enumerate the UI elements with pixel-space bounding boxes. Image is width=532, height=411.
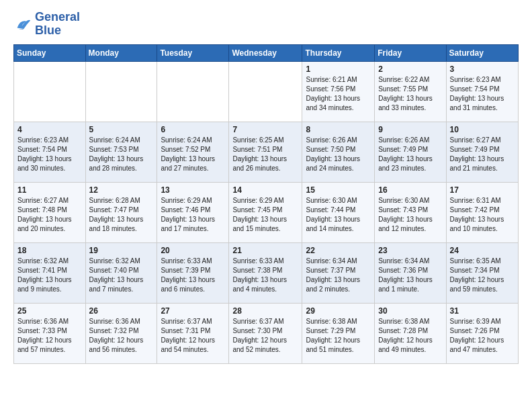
day-number: 2 <box>378 64 442 74</box>
calendar-week-row: 11Sunrise: 6:27 AM Sunset: 7:48 PM Dayli… <box>14 182 519 242</box>
calendar-cell: 9Sunrise: 6:26 AM Sunset: 7:49 PM Daylig… <box>375 122 446 182</box>
calendar-cell: 29Sunrise: 6:38 AM Sunset: 7:29 PM Dayli… <box>302 303 375 363</box>
calendar-cell: 18Sunrise: 6:32 AM Sunset: 7:41 PM Dayli… <box>14 242 86 303</box>
day-number: 25 <box>17 306 82 316</box>
calendar-cell: 26Sunrise: 6:36 AM Sunset: 7:32 PM Dayli… <box>85 303 157 363</box>
logo-text: General Blue <box>35 11 80 38</box>
day-info: Sunrise: 6:29 AM Sunset: 7:45 PM Dayligh… <box>232 196 298 234</box>
calendar-cell: 24Sunrise: 6:35 AM Sunset: 7:34 PM Dayli… <box>446 242 518 303</box>
calendar-cell: 19Sunrise: 6:32 AM Sunset: 7:40 PM Dayli… <box>85 242 157 303</box>
calendar-cell: 7Sunrise: 6:25 AM Sunset: 7:51 PM Daylig… <box>229 122 302 182</box>
day-number: 31 <box>450 306 515 316</box>
day-info: Sunrise: 6:36 AM Sunset: 7:32 PM Dayligh… <box>89 317 154 355</box>
day-info: Sunrise: 6:35 AM Sunset: 7:34 PM Dayligh… <box>450 257 515 294</box>
day-number: 27 <box>161 306 225 316</box>
day-number: 8 <box>306 125 371 134</box>
day-number: 12 <box>89 185 154 195</box>
calendar-cell: 5Sunrise: 6:24 AM Sunset: 7:53 PM Daylig… <box>85 122 157 182</box>
calendar-cell: 20Sunrise: 6:33 AM Sunset: 7:39 PM Dayli… <box>157 242 229 303</box>
day-info: Sunrise: 6:28 AM Sunset: 7:47 PM Dayligh… <box>89 196 154 234</box>
day-info: Sunrise: 6:33 AM Sunset: 7:38 PM Dayligh… <box>232 257 298 294</box>
calendar-cell: 11Sunrise: 6:27 AM Sunset: 7:48 PM Dayli… <box>14 182 86 242</box>
day-number: 30 <box>378 306 442 316</box>
day-number: 11 <box>17 185 82 195</box>
day-header-tuesday: Tuesday <box>157 44 229 61</box>
calendar-cell: 2Sunrise: 6:22 AM Sunset: 7:55 PM Daylig… <box>375 61 446 122</box>
day-info: Sunrise: 6:26 AM Sunset: 7:50 PM Dayligh… <box>306 136 371 173</box>
day-info: Sunrise: 6:39 AM Sunset: 7:26 PM Dayligh… <box>450 317 515 355</box>
day-info: Sunrise: 6:36 AM Sunset: 7:33 PM Dayligh… <box>17 317 82 355</box>
calendar-cell: 1Sunrise: 6:21 AM Sunset: 7:56 PM Daylig… <box>302 61 375 122</box>
day-header-friday: Friday <box>375 44 446 61</box>
day-info: Sunrise: 6:38 AM Sunset: 7:28 PM Dayligh… <box>378 317 442 355</box>
calendar-cell: 21Sunrise: 6:33 AM Sunset: 7:38 PM Dayli… <box>229 242 302 303</box>
day-number: 3 <box>450 64 515 74</box>
day-number: 14 <box>232 185 298 195</box>
calendar-header-row: SundayMondayTuesdayWednesdayThursdayFrid… <box>14 44 519 61</box>
calendar-cell: 8Sunrise: 6:26 AM Sunset: 7:50 PM Daylig… <box>302 122 375 182</box>
day-info: Sunrise: 6:26 AM Sunset: 7:49 PM Dayligh… <box>378 136 442 173</box>
day-info: Sunrise: 6:23 AM Sunset: 7:54 PM Dayligh… <box>17 136 82 173</box>
day-info: Sunrise: 6:21 AM Sunset: 7:56 PM Dayligh… <box>306 75 371 113</box>
page-header: General Blue <box>13 11 519 38</box>
calendar-cell: 4Sunrise: 6:23 AM Sunset: 7:54 PM Daylig… <box>14 122 86 182</box>
day-info: Sunrise: 6:29 AM Sunset: 7:46 PM Dayligh… <box>161 196 225 234</box>
day-number: 17 <box>450 185 515 195</box>
calendar-cell: 10Sunrise: 6:27 AM Sunset: 7:49 PM Dayli… <box>446 122 518 182</box>
calendar-cell: 6Sunrise: 6:24 AM Sunset: 7:52 PM Daylig… <box>157 122 229 182</box>
calendar-cell: 14Sunrise: 6:29 AM Sunset: 7:45 PM Dayli… <box>229 182 302 242</box>
calendar-cell: 28Sunrise: 6:37 AM Sunset: 7:30 PM Dayli… <box>229 303 302 363</box>
calendar-cell <box>85 61 157 122</box>
day-info: Sunrise: 6:32 AM Sunset: 7:40 PM Dayligh… <box>89 257 154 294</box>
calendar-cell: 30Sunrise: 6:38 AM Sunset: 7:28 PM Dayli… <box>375 303 446 363</box>
day-info: Sunrise: 6:34 AM Sunset: 7:36 PM Dayligh… <box>378 257 442 294</box>
day-info: Sunrise: 6:34 AM Sunset: 7:37 PM Dayligh… <box>306 257 371 294</box>
calendar-cell: 22Sunrise: 6:34 AM Sunset: 7:37 PM Dayli… <box>302 242 375 303</box>
logo-icon <box>13 15 32 34</box>
day-header-saturday: Saturday <box>446 44 518 61</box>
calendar-cell: 12Sunrise: 6:28 AM Sunset: 7:47 PM Dayli… <box>85 182 157 242</box>
logo: General Blue <box>13 11 80 38</box>
day-number: 15 <box>306 185 371 195</box>
day-number: 9 <box>378 125 442 134</box>
day-info: Sunrise: 6:22 AM Sunset: 7:55 PM Dayligh… <box>378 75 442 113</box>
day-info: Sunrise: 6:37 AM Sunset: 7:31 PM Dayligh… <box>161 317 225 355</box>
calendar-cell: 31Sunrise: 6:39 AM Sunset: 7:26 PM Dayli… <box>446 303 518 363</box>
day-number: 24 <box>450 246 515 255</box>
day-number: 4 <box>17 125 82 134</box>
day-info: Sunrise: 6:33 AM Sunset: 7:39 PM Dayligh… <box>161 257 225 294</box>
day-info: Sunrise: 6:38 AM Sunset: 7:29 PM Dayligh… <box>306 317 371 355</box>
day-info: Sunrise: 6:27 AM Sunset: 7:48 PM Dayligh… <box>17 196 82 234</box>
calendar-cell: 3Sunrise: 6:23 AM Sunset: 7:54 PM Daylig… <box>446 61 518 122</box>
day-number: 18 <box>17 246 82 255</box>
day-number: 19 <box>89 246 154 255</box>
calendar-week-row: 18Sunrise: 6:32 AM Sunset: 7:41 PM Dayli… <box>14 242 519 303</box>
day-number: 1 <box>306 64 371 74</box>
day-info: Sunrise: 6:30 AM Sunset: 7:43 PM Dayligh… <box>378 196 442 234</box>
day-info: Sunrise: 6:30 AM Sunset: 7:44 PM Dayligh… <box>306 196 371 234</box>
day-number: 16 <box>378 185 442 195</box>
day-number: 23 <box>378 246 442 255</box>
day-info: Sunrise: 6:31 AM Sunset: 7:42 PM Dayligh… <box>450 196 515 234</box>
day-info: Sunrise: 6:37 AM Sunset: 7:30 PM Dayligh… <box>232 317 298 355</box>
day-info: Sunrise: 6:25 AM Sunset: 7:51 PM Dayligh… <box>232 136 298 173</box>
day-number: 28 <box>232 306 298 316</box>
calendar-week-row: 1Sunrise: 6:21 AM Sunset: 7:56 PM Daylig… <box>14 61 519 122</box>
day-header-sunday: Sunday <box>14 44 86 61</box>
day-info: Sunrise: 6:24 AM Sunset: 7:53 PM Dayligh… <box>89 136 154 173</box>
day-number: 6 <box>161 125 225 134</box>
calendar-cell: 27Sunrise: 6:37 AM Sunset: 7:31 PM Dayli… <box>157 303 229 363</box>
day-info: Sunrise: 6:23 AM Sunset: 7:54 PM Dayligh… <box>450 75 515 113</box>
calendar-cell: 17Sunrise: 6:31 AM Sunset: 7:42 PM Dayli… <box>446 182 518 242</box>
day-number: 21 <box>232 246 298 255</box>
calendar-week-row: 25Sunrise: 6:36 AM Sunset: 7:33 PM Dayli… <box>14 303 519 363</box>
calendar-cell: 23Sunrise: 6:34 AM Sunset: 7:36 PM Dayli… <box>375 242 446 303</box>
day-info: Sunrise: 6:27 AM Sunset: 7:49 PM Dayligh… <box>450 136 515 173</box>
day-header-thursday: Thursday <box>302 44 375 61</box>
day-number: 5 <box>89 125 154 134</box>
calendar-cell: 25Sunrise: 6:36 AM Sunset: 7:33 PM Dayli… <box>14 303 86 363</box>
day-info: Sunrise: 6:24 AM Sunset: 7:52 PM Dayligh… <box>161 136 225 173</box>
calendar-cell <box>157 61 229 122</box>
calendar-cell: 15Sunrise: 6:30 AM Sunset: 7:44 PM Dayli… <box>302 182 375 242</box>
calendar-cell <box>14 61 86 122</box>
